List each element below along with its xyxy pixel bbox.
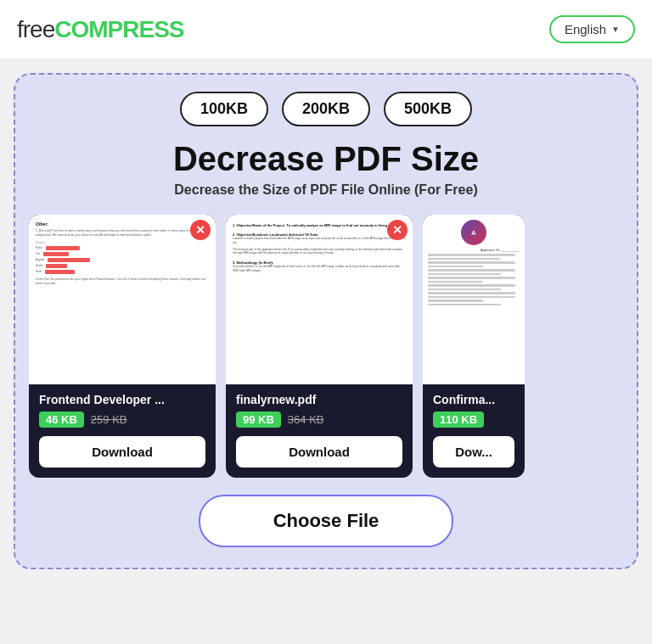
size-badge-500kb[interactable]: 500KB [384,92,472,126]
card-sizes-1: 46 KB 259 KB [39,412,205,428]
download-button-3[interactable]: Dow... [433,436,514,468]
language-selector[interactable]: English ▼ [549,15,635,43]
size-badge-100kb[interactable]: 100KB [180,92,268,126]
download-button-2[interactable]: Download [236,436,402,468]
size-badge-200kb[interactable]: 200KB [282,92,370,126]
file-card-3: A Application No. ___________ [423,215,525,478]
card-sizes-2: 99 KB 364 KB [236,412,402,428]
file-cards-row: Other: 1. [General] Feel free to add or … [29,215,623,478]
file-card-2: 1. Objective/Name of the Project: To rad… [226,215,413,478]
logo: freeCOMPRESS [17,16,184,43]
language-label: English [565,22,606,36]
chevron-down-icon: ▼ [611,25,620,34]
card-info-3: Confirma... 110 KB Dow... [423,384,525,478]
file-preview-3: A Application No. ___________ [423,215,525,384]
logo-compress-text: COMPRESS [54,16,183,42]
size-new-2: 99 KB [236,412,281,428]
size-new-3: 110 KB [433,412,484,428]
close-button-2[interactable]: ✕ [387,220,408,240]
download-button-1[interactable]: Download [39,436,205,468]
size-old-2: 364 KB [288,413,324,426]
page-title: Decrease PDF Size [29,140,623,177]
file-preview-2: 1. Objective/Name of the Project: To rad… [226,215,413,384]
main-container: 100KB 200KB 500KB Decrease PDF Size Decr… [14,73,638,569]
filename-2: finalyrnew.pdf [236,393,402,406]
header: freeCOMPRESS English ▼ [0,0,652,59]
size-badges-row: 100KB 200KB 500KB [29,92,623,126]
file-preview-1: Other: 1. [General] Feel free to add or … [29,215,216,384]
size-new-1: 46 KB [39,412,84,428]
card-sizes-3: 110 KB [433,412,514,428]
size-old-1: 259 KB [91,413,127,426]
preview-logo-icon: A [461,220,486,245]
card-info-1: Frontend Developer ... 46 KB 259 KB Down… [29,384,216,478]
file-card-1: Other: 1. [General] Feel free to add or … [29,215,216,478]
filename-1: Frontend Developer ... [39,393,205,406]
main-content: 100KB 200KB 500KB Decrease PDF Size Decr… [0,59,652,583]
close-button-1[interactable]: ✕ [190,220,211,240]
choose-file-button[interactable]: Choose File [199,495,453,547]
page-subtitle: Decrease the Size of PDF File Online (Fo… [29,182,623,198]
filename-3: Confirma... [433,393,514,406]
card-info-2: finalyrnew.pdf 99 KB 364 KB Download [226,384,413,478]
logo-free-text: free [17,16,54,42]
